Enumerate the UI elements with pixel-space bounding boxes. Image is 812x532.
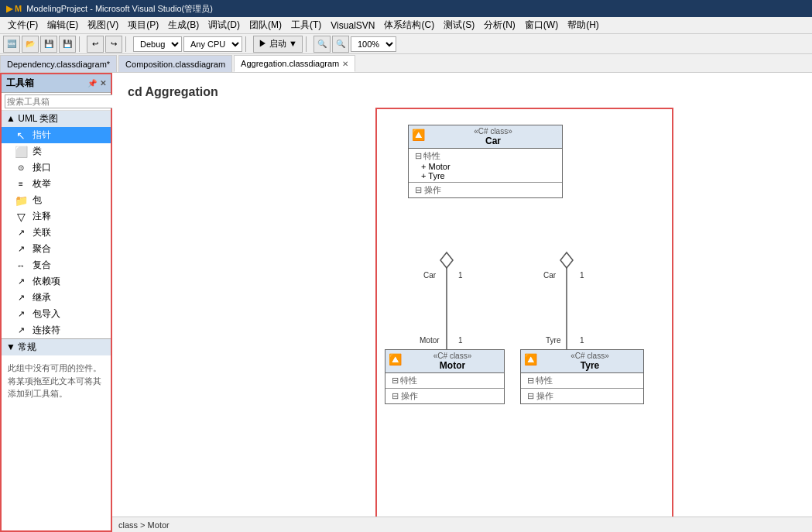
toolbox-item-pointer[interactable]: ↖ 指针 (2, 127, 111, 143)
toolbox-item-composite-label: 复合 (33, 259, 51, 272)
tyre-properties-header: ⊟ 特性 (527, 375, 637, 386)
menu-file[interactable]: 文件(F) (3, 17, 43, 33)
tyre-class-icon: 🔼 (524, 353, 537, 366)
toolbox-item-composite[interactable]: ↔ 复合 (2, 257, 111, 273)
dependency-icon: ↗ (14, 276, 28, 287)
motor-class[interactable]: 🔼 «C# class» Motor ⊟ 特性 ⊟ 操作 (385, 349, 505, 404)
menu-analyze[interactable]: 分析(N) (479, 17, 520, 33)
menu-help[interactable]: 帮助(H) (563, 17, 604, 33)
car-class-header: 🔼 «C# class» Car (409, 125, 562, 149)
zoom-in-button[interactable]: 🔍 (332, 36, 349, 53)
toolbox-search-input[interactable] (5, 94, 116, 108)
tyre-operations-section: ⊟ 操作 (521, 389, 643, 403)
association-icon: ↗ (14, 228, 28, 238)
svg-text:1: 1 (580, 271, 584, 280)
car-class[interactable]: 🔼 «C# class» Car ⊟ 特性 + Motor + Tyre ⊟ (408, 125, 563, 198)
toolbox-item-enum-label: 枚举 (33, 177, 51, 190)
car-class-name: Car (427, 136, 559, 146)
toolbox-item-package[interactable]: 📁 包 (2, 192, 111, 208)
car-tyre-property: + Tyre (415, 171, 556, 180)
cpu-target-dropdown[interactable]: Any CPU (183, 36, 242, 52)
toolbox-item-packageimport[interactable]: ↗ 包导入 (2, 306, 111, 322)
inheritance-icon: ↗ (14, 293, 28, 303)
close-icon[interactable]: ✕ (100, 79, 106, 88)
diagram-title: cd Aggregation (128, 85, 218, 99)
toolbox-search-bar: 🔍 (2, 93, 111, 111)
toolbox-panel: 工具箱 📌 ✕ 🔍 ▲ UML 类图 ↖ 指针 ⬜ 类 ⊙ 接口 ≡ 枚举 (0, 73, 112, 532)
motor-class-header: 🔼 «C# class» Motor (385, 350, 504, 373)
svg-text:1: 1 (580, 336, 584, 345)
tyre-class[interactable]: 🔼 «C# class» Tyre ⊟ 特性 ⊟ 操作 (520, 349, 644, 404)
sep4 (306, 36, 310, 52)
redo-button[interactable]: ↪ (105, 36, 122, 53)
toolbox-item-comment-label: 注释 (33, 210, 51, 223)
toolbar: 🆕 📂 💾 💾 ↩ ↪ Debug Any CPU ▶ 启动 ▼ 🔍 🔍 100… (0, 34, 812, 54)
undo-button[interactable]: ↩ (87, 36, 104, 53)
toolbox-header: 工具箱 📌 ✕ (2, 74, 111, 93)
tab-dependency[interactable]: Dependency.classdiagram* (0, 55, 117, 72)
menu-tools[interactable]: 工具(T) (286, 17, 326, 33)
motor-class-icon: 🔼 (389, 353, 402, 366)
toolbox-normal-section-header[interactable]: ▼ 常规 (2, 338, 111, 355)
menu-view[interactable]: 视图(V) (83, 17, 123, 33)
menu-test[interactable]: 测试(S) (439, 17, 479, 33)
collapse-tyre-operations-icon: ⊟ (527, 391, 534, 400)
toolbox-item-class-label: 类 (33, 145, 42, 158)
menu-window[interactable]: 窗口(W) (520, 17, 563, 33)
diagram-canvas[interactable]: cd Aggregation Car 1 (112, 73, 812, 517)
toolbox-item-interface[interactable]: ⊙ 接口 (2, 160, 111, 176)
toolbox-item-dependency-label: 依赖项 (33, 275, 60, 288)
status-bar: class > Motor (112, 517, 812, 532)
toolbox-item-connector[interactable]: ↗ 连接符 (2, 322, 111, 338)
toolbox-item-class[interactable]: ⬜ 类 (2, 143, 111, 160)
tab-aggregation[interactable]: Aggregation.classdiagram ✕ (234, 55, 355, 72)
toolbox-item-enum[interactable]: ≡ 枚举 (2, 176, 111, 192)
status-text: class > Motor (118, 520, 170, 530)
tab-composition[interactable]: Composition.classdiagram (118, 55, 232, 72)
toolbox-item-dependency[interactable]: ↗ 依赖项 (2, 273, 111, 290)
zoom-out-button[interactable]: 🔍 (313, 36, 331, 53)
toolbox-item-association[interactable]: ↗ 关联 (2, 225, 111, 241)
interface-icon: ⊙ (14, 163, 28, 172)
zoom-dropdown[interactable]: 100% (351, 36, 396, 52)
toolbox-item-comment[interactable]: ▽ 注释 (2, 208, 111, 225)
menu-build[interactable]: 生成(B) (163, 17, 204, 33)
car-properties-header: ⊟ 特性 (415, 150, 556, 162)
menu-debug[interactable]: 调试(D) (204, 17, 245, 33)
sep2 (125, 36, 130, 52)
save-button[interactable]: 💾 (40, 36, 57, 53)
collapse-properties-icon: ⊟ (415, 151, 422, 161)
tyre-class-stereotype: «C# class» (540, 352, 640, 360)
menu-visualsvn[interactable]: VisualSVN (326, 19, 379, 33)
pin-icon[interactable]: 📌 (87, 79, 97, 88)
car-class-stereotype: «C# class» (427, 127, 559, 136)
file-toolbar: 🆕 📂 💾 💾 (3, 36, 76, 53)
menu-project[interactable]: 项目(P) (123, 17, 163, 33)
menu-edit[interactable]: 编辑(E) (43, 17, 83, 33)
car-properties-section: ⊟ 特性 + Motor + Tyre (409, 149, 562, 183)
toolbox-item-aggregation-label: 聚合 (33, 242, 51, 256)
svg-text:1: 1 (458, 336, 463, 345)
toolbox-item-inheritance[interactable]: ↗ 继承 (2, 290, 111, 306)
uml-section-label: ▲ UML 类图 (6, 112, 58, 125)
title-text: ModelingProject - Microsoft Visual Studi… (26, 3, 213, 15)
aggregation-icon: ↗ (14, 244, 28, 254)
undo-toolbar: ↩ ↪ (87, 36, 122, 53)
toolbox-item-aggregation[interactable]: ↗ 聚合 (2, 241, 111, 257)
tyre-operations-label: 操作 (536, 391, 553, 400)
toolbox-item-association-label: 关联 (33, 226, 51, 239)
menu-architecture[interactable]: 体系结构(C) (379, 17, 439, 33)
connector-icon: ↗ (14, 325, 28, 335)
tab-aggregation-close[interactable]: ✕ (342, 60, 348, 68)
save-all-button[interactable]: 💾 (59, 36, 76, 53)
menu-team[interactable]: 团队(M) (245, 17, 286, 33)
tyre-class-name: Tyre (540, 360, 640, 371)
toolbox-item-package-label: 包 (33, 194, 42, 207)
open-button[interactable]: 📂 (22, 36, 39, 53)
new-button[interactable]: 🆕 (3, 36, 20, 53)
collapse-tyre-properties-icon: ⊟ (527, 376, 534, 386)
start-button[interactable]: ▶ 启动 ▼ (253, 36, 303, 53)
debug-mode-dropdown[interactable]: Debug (133, 36, 182, 52)
comment-icon: ▽ (14, 211, 28, 223)
toolbox-uml-section-header[interactable]: ▲ UML 类图 (2, 111, 111, 127)
